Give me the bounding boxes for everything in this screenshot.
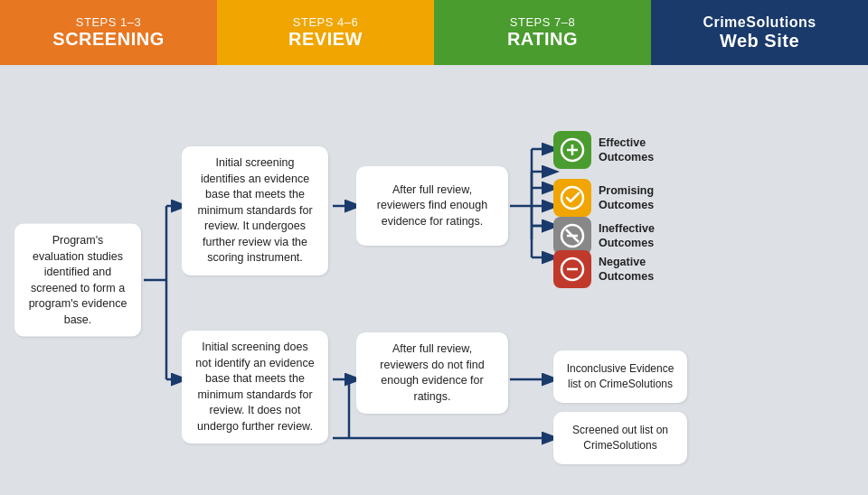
mid-box-1: Initial screening identifies an evidence… bbox=[182, 146, 328, 276]
rating-title: RATING bbox=[507, 29, 578, 50]
negative-label: Negative Outcomes bbox=[599, 255, 671, 285]
steps-2-label: STEPS 4–6 bbox=[293, 15, 358, 29]
header-rating: STEPS 7–8 RATING bbox=[434, 0, 651, 65]
website-steps-label: CrimeSolutions bbox=[703, 14, 816, 31]
inconclusive-text: Inconclusive Evidence list on CrimeSolut… bbox=[564, 361, 676, 392]
rating-box-1-text: After full review, reviewers find enough… bbox=[367, 182, 497, 230]
mid-box-2-container: Initial screening does not identify an e… bbox=[182, 331, 328, 444]
inconclusive-box-container: Inconclusive Evidence list on CrimeSolut… bbox=[553, 350, 687, 403]
app-container: STEPS 1–3 SCREENING STEPS 4–6 REVIEW STE… bbox=[0, 0, 868, 495]
screened-out-box: Screened out list on CrimeSolutions bbox=[553, 412, 687, 464]
rating-box-1: After full review, reviewers find enough… bbox=[356, 166, 508, 246]
effective-label: Effective Outcomes bbox=[599, 135, 671, 165]
rating-box-2-text: After full review, reviewers do not find… bbox=[367, 341, 497, 405]
main-content: Program's evaluation studies identified … bbox=[0, 65, 868, 495]
inconclusive-box: Inconclusive Evidence list on CrimeSolut… bbox=[553, 350, 687, 403]
screened-out-box-container: Screened out list on CrimeSolutions bbox=[553, 412, 687, 464]
effective-icon bbox=[553, 131, 591, 169]
start-box-container: Program's evaluation studies identified … bbox=[14, 224, 141, 337]
steps-1-label: STEPS 1–3 bbox=[76, 15, 141, 29]
header-review: STEPS 4–6 REVIEW bbox=[217, 0, 434, 65]
header: STEPS 1–3 SCREENING STEPS 4–6 REVIEW STE… bbox=[0, 0, 868, 65]
promising-label: Promising Outcomes bbox=[599, 183, 671, 213]
outcome-negative: Negative Outcomes bbox=[553, 246, 671, 293]
rating-box-1-container: After full review, reviewers find enough… bbox=[356, 166, 508, 246]
website-title: Web Site bbox=[720, 31, 799, 51]
promising-icon bbox=[553, 179, 591, 217]
screening-title: SCREENING bbox=[52, 29, 164, 50]
outcome-effective: Effective Outcomes bbox=[553, 126, 671, 173]
rating-box-2: After full review, reviewers do not find… bbox=[356, 332, 508, 414]
start-box-text: Program's evaluation studies identified … bbox=[25, 233, 130, 328]
mid-box-1-container: Initial screening identifies an evidence… bbox=[182, 146, 328, 276]
mid-box-2-text: Initial screening does not identify an e… bbox=[193, 340, 317, 434]
negative-icon bbox=[553, 250, 591, 288]
steps-3-label: STEPS 7–8 bbox=[510, 15, 575, 29]
mid-box-2: Initial screening does not identify an e… bbox=[182, 331, 328, 444]
screened-out-text: Screened out list on CrimeSolutions bbox=[564, 423, 676, 453]
header-screening: STEPS 1–3 SCREENING bbox=[0, 0, 217, 65]
svg-point-23 bbox=[561, 187, 583, 209]
rating-box-2-container: After full review, reviewers do not find… bbox=[356, 332, 508, 414]
review-title: REVIEW bbox=[288, 29, 363, 50]
start-box: Program's evaluation studies identified … bbox=[14, 224, 141, 337]
mid-box-1-text: Initial screening identifies an evidence… bbox=[193, 155, 317, 266]
header-website: CrimeSolutions Web Site bbox=[651, 0, 868, 65]
